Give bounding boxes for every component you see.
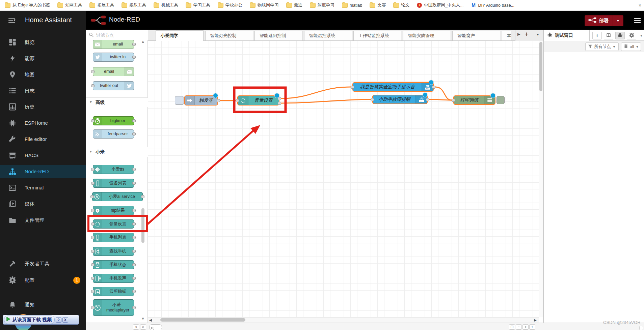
- popup-close-button[interactable]: X: [62, 317, 68, 323]
- sidebar-item-文件管理[interactable]: 文件管理: [0, 213, 86, 227]
- input-port[interactable]: [91, 119, 95, 122]
- flow-tab-智能灯光控制[interactable]: 智能灯光控制: [205, 31, 253, 40]
- debug-footer-button[interactable]: [639, 326, 643, 330]
- bookmark-item[interactable]: 学习工具: [186, 2, 210, 8]
- deploy-options-caret[interactable]: ▼: [613, 19, 623, 23]
- output-port[interactable]: [132, 236, 136, 239]
- bookmark-item[interactable]: 学校办公: [218, 2, 242, 8]
- input-port[interactable]: [91, 236, 95, 239]
- flow-node-tts-lab[interactable]: 我是智慧实验室助手提示音: [352, 82, 434, 92]
- input-port[interactable]: [91, 263, 95, 266]
- debug-button[interactable]: [615, 32, 625, 39]
- palette-node-twitter-out[interactable]: twitter out: [93, 81, 134, 90]
- input-port[interactable]: [90, 195, 94, 198]
- output-port[interactable]: [132, 263, 136, 266]
- palette-node-小爱---mediaplayer[interactable]: 小爱 - mediaplayer: [93, 299, 134, 316]
- sidebar-item-hacs[interactable]: HACSHACS: [0, 149, 86, 162]
- zoom-reset-button[interactable]: ○: [522, 324, 529, 330]
- palette-node-查找手机[interactable]: 查找手机: [93, 247, 134, 256]
- palette-node-小爱ai-service[interactable]: 小爱ai service: [92, 192, 143, 201]
- navigator-button[interactable]: ◫: [509, 324, 515, 330]
- input-port[interactable]: [91, 277, 95, 280]
- output-port[interactable]: [132, 250, 136, 253]
- palette-node-云剪贴板[interactable]: 云剪贴板: [93, 287, 134, 296]
- output-port[interactable]: [132, 132, 136, 136]
- flow-canvas[interactable]: 触发器音量设置我是智慧实验室助手提示音小助手故障提醒打印调试: [148, 41, 539, 317]
- palette-node-手机发声[interactable]: 手机发声: [93, 274, 134, 283]
- palette-search-input[interactable]: [96, 31, 144, 39]
- input-port[interactable]: [91, 250, 95, 253]
- palette-node-email[interactable]: email: [93, 40, 134, 49]
- input-port[interactable]: [91, 182, 95, 185]
- output-port[interactable]: [132, 43, 136, 46]
- output-port[interactable]: [132, 277, 136, 280]
- download-popup[interactable]: 从该页面下载 视频 ? X: [3, 315, 79, 325]
- flow-tab-小爱同学[interactable]: 小爱同学: [156, 30, 204, 41]
- flow-node-trigger[interactable]: 触发器: [184, 95, 218, 106]
- palette-node-手机状态[interactable]: 手机状态: [93, 260, 134, 269]
- flow-tab-智能遮阳控制[interactable]: 智能遮阳控制: [254, 31, 302, 40]
- palette-node-手机列表[interactable]: 手机列表: [93, 233, 134, 242]
- output-port[interactable]: [132, 290, 136, 293]
- flow-tab-智能温控系统[interactable]: 智能温控系统: [304, 31, 352, 40]
- output-port[interactable]: [132, 209, 136, 212]
- sidebar-item-file-editor[interactable]: File editor: [0, 132, 86, 146]
- input-port[interactable]: [452, 99, 455, 102]
- bookmark-item[interactable]: 论文: [393, 2, 409, 8]
- sidebar-item-notifications[interactable]: 通知: [0, 298, 86, 311]
- palette-section-高级[interactable]: ▼高级: [86, 97, 148, 107]
- output-port[interactable]: [426, 98, 429, 101]
- bookmark-item[interactable]: 比赛: [370, 2, 386, 8]
- palette-scroll-up-icon[interactable]: ▲: [141, 39, 145, 43]
- config-nodes-button[interactable]: [627, 32, 636, 39]
- sidebar-item-node-red[interactable]: Node-RED: [0, 165, 86, 178]
- sidebar-caret-icon[interactable]: ▼: [640, 34, 643, 37]
- flow-node-debug[interactable]: 打印调试: [453, 95, 495, 105]
- palette-node-nlp结果[interactable]: nlp结果: [93, 206, 134, 215]
- bookmark-item[interactable]: ★中国政府网_中央人...: [417, 2, 463, 8]
- sidebar-item-日志[interactable]: 日志: [0, 84, 86, 97]
- output-port[interactable]: [141, 195, 144, 198]
- palette-collapse-icon[interactable]: «: [133, 324, 139, 330]
- debug-toggle-button[interactable]: [497, 96, 505, 104]
- sidebar-toggle-icon[interactable]: [8, 18, 16, 24]
- zoom-out-button[interactable]: −: [516, 324, 522, 330]
- input-port[interactable]: [91, 70, 95, 73]
- sidebar-item-概览[interactable]: 概览: [0, 35, 86, 49]
- bookmark-item[interactable]: matlab: [342, 3, 363, 8]
- palette-node-feedparser[interactable]: feedparser: [93, 129, 134, 139]
- flow-node-volume[interactable]: 音量设置: [237, 95, 279, 106]
- input-port[interactable]: [91, 306, 95, 309]
- info-button[interactable]: i: [592, 32, 602, 39]
- input-port[interactable]: [91, 84, 95, 87]
- palette-node-设备列表[interactable]: 设备列表: [93, 179, 134, 188]
- palette-node-bigtimer[interactable]: bigtimer: [93, 116, 134, 125]
- bookmark-item[interactable]: 深度学习: [310, 2, 334, 8]
- sidebar-item-settings[interactable]: 配置1: [0, 273, 86, 287]
- bookmark-item[interactable]: MDIY Arduino base...: [471, 3, 514, 8]
- input-port[interactable]: [91, 222, 95, 226]
- sidebar-item-历史[interactable]: 历史: [0, 100, 86, 114]
- output-port[interactable]: [432, 86, 435, 89]
- sidebar-item-地图[interactable]: 地图: [0, 68, 86, 81]
- sidebar-item-esphome[interactable]: ESPHome: [0, 116, 86, 130]
- inject-button[interactable]: [175, 96, 184, 105]
- input-port[interactable]: [91, 168, 95, 171]
- deploy-button[interactable]: 部署 ▼: [585, 15, 623, 26]
- canvas-search-button[interactable]: [149, 324, 162, 330]
- help-button[interactable]: [604, 32, 613, 39]
- output-port[interactable]: [132, 119, 136, 122]
- flow-tab-智能安防管理[interactable]: 智能安防管理: [403, 31, 451, 40]
- debug-clear-button[interactable]: all▼: [621, 42, 641, 51]
- output-port[interactable]: [132, 306, 136, 309]
- output-port[interactable]: [132, 56, 136, 59]
- palette-scroll-down-icon[interactable]: ▼: [141, 317, 145, 321]
- bookmark-item[interactable]: 最近: [286, 2, 302, 8]
- palette-expand-icon[interactable]: »: [140, 324, 146, 330]
- zoom-in-button[interactable]: +: [529, 324, 535, 330]
- tab-debug-window[interactable]: 调试窗口: [544, 30, 590, 41]
- input-port[interactable]: [351, 86, 354, 89]
- sidebar-item-能源[interactable]: 能源: [0, 52, 86, 65]
- bookmarks-overflow-chevron[interactable]: »: [639, 2, 641, 8]
- flow-list-caret[interactable]: ▼: [536, 33, 539, 36]
